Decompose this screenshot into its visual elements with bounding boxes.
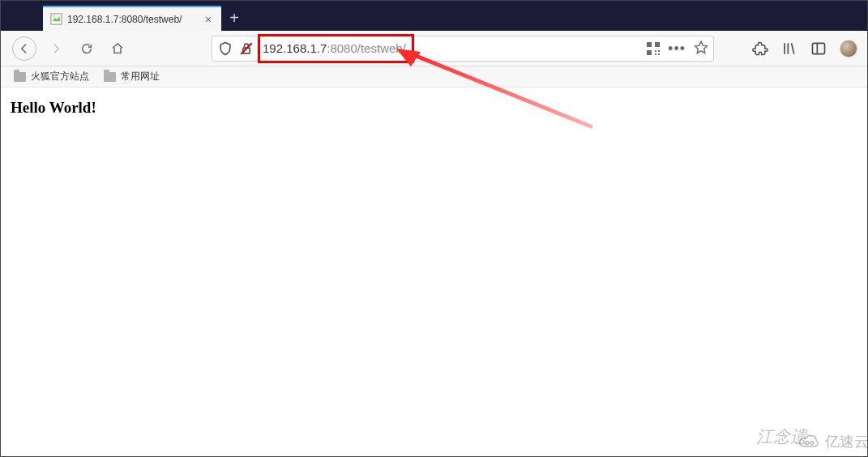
bookmark-folder-firefox[interactable]: 火狐官方站点 [14,70,89,83]
library-icon[interactable] [781,41,797,57]
svg-line-14 [792,43,794,53]
bookmark-label: 火狐官方站点 [31,70,89,83]
cloud-icon [797,434,822,450]
profile-avatar[interactable] [840,40,857,58]
svg-rect-6 [647,50,652,55]
svg-rect-10 [658,53,660,55]
svg-rect-15 [813,43,825,53]
reload-button[interactable] [75,37,98,60]
page-content: Hello World! [1,88,867,128]
home-button[interactable] [106,37,129,60]
svg-rect-7 [655,50,656,52]
forward-button[interactable] [45,37,67,60]
watermark-brand: 亿速云 [797,432,868,451]
svg-point-1 [53,15,55,17]
svg-rect-8 [658,50,660,52]
back-button[interactable] [12,36,36,61]
svg-marker-11 [695,41,708,53]
toolbar: 192.168.1.7:8080/testweb/ ••• [1,31,867,66]
url-text: 192.168.1.7:8080/testweb/ [259,41,642,55]
svg-point-18 [806,442,809,445]
url-host: 192.168.1.7 [263,41,327,55]
svg-rect-4 [647,42,652,47]
new-tab-button[interactable]: + [221,6,247,31]
favicon-icon [49,13,62,26]
toolbar-right [752,40,857,58]
tab-title: 192.168.1.7:8080/testweb/ [67,14,197,25]
url-path: :8080/testweb/ [327,41,406,55]
sidebar-icon[interactable] [810,41,827,57]
svg-rect-9 [655,53,656,55]
close-tab-icon[interactable]: × [202,13,215,26]
bookmark-label: 常用网址 [121,70,160,83]
extensions-icon[interactable] [752,41,768,57]
folder-icon [14,72,26,82]
insecure-lock-icon[interactable] [238,41,254,57]
folder-icon [104,72,116,82]
bookmark-star-icon[interactable] [694,40,708,58]
browser-tab[interactable]: 192.168.1.7:8080/testweb/ × [43,6,221,31]
page-heading: Hello World! [11,99,857,117]
svg-rect-5 [655,42,660,47]
qr-icon[interactable] [647,42,660,55]
bookmark-folder-common[interactable]: 常用网址 [104,70,160,83]
address-bar-actions: ••• [647,40,708,58]
address-bar[interactable]: 192.168.1.7:8080/testweb/ ••• [212,36,714,62]
bookmarks-bar: 火狐官方站点 常用网址 [1,66,867,88]
watermark-brand-text: 亿速云 [825,432,868,451]
page-actions-icon[interactable]: ••• [668,44,686,53]
svg-point-19 [810,442,814,445]
shield-icon[interactable] [217,41,233,57]
tab-strip: 192.168.1.7:8080/testweb/ × + [1,1,867,31]
